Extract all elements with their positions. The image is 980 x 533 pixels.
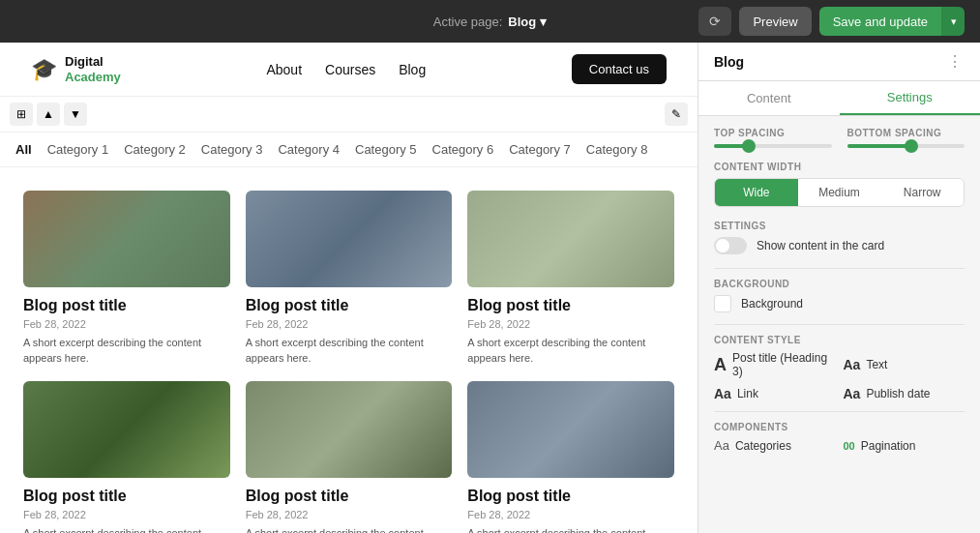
- page-name: Blog ▾: [508, 15, 547, 29]
- move-up-button[interactable]: ▲: [37, 103, 60, 126]
- divider-3: [714, 411, 965, 412]
- comp-categories-label: Categories: [735, 439, 791, 453]
- block-toolbar: ⊞ ▲ ▼ ✎: [0, 97, 698, 133]
- edit-block-button[interactable]: ✎: [665, 103, 688, 126]
- category-tabs: All Category 1 Category 2 Category 3 Cat…: [0, 133, 698, 167]
- preview-area: 🎓 Digital Academy About Courses Blog Con…: [0, 43, 698, 533]
- comp-dots-pagination: 00: [844, 440, 855, 452]
- history-button[interactable]: ⟳: [698, 7, 731, 36]
- tab-content[interactable]: Content: [698, 81, 840, 115]
- active-page-indicator: Active page: Blog ▾: [433, 15, 547, 29]
- save-dropdown-button[interactable]: ▾: [941, 7, 965, 36]
- background-label: BACKGROUND: [714, 279, 965, 289]
- background-text: Background: [741, 297, 803, 311]
- blog-title: Blog post title: [23, 297, 230, 314]
- content-style-label: CONTENT STYLE: [714, 335, 965, 345]
- components-label: COMPONENTS: [714, 422, 965, 432]
- width-narrow[interactable]: Narrow: [880, 179, 964, 206]
- panel-body: TOP SPACING BOTTOM SPACING CONTENT WI: [698, 116, 980, 533]
- panel-title: Blog: [714, 54, 744, 70]
- blog-excerpt: A short excerpt describing the content a…: [246, 336, 453, 366]
- category-tab-8[interactable]: Category 8: [586, 142, 648, 157]
- style-post-title: A Post title (Heading 3): [714, 351, 836, 378]
- bottom-spacing-thumb[interactable]: [905, 139, 918, 153]
- blog-title: Blog post title: [467, 297, 674, 314]
- nav-blog[interactable]: Blog: [399, 62, 426, 77]
- preview-button[interactable]: Preview: [739, 7, 811, 36]
- top-spacing-thumb[interactable]: [742, 139, 756, 153]
- comp-aa-categories: Aa: [714, 438, 729, 453]
- width-wide[interactable]: Wide: [715, 179, 798, 206]
- blog-excerpt: A short excerpt describing the content a…: [23, 526, 230, 533]
- blog-excerpt: A short excerpt describing the content a…: [23, 336, 230, 366]
- category-tab-5[interactable]: Category 5: [355, 142, 417, 157]
- components-grid: Aa Categories 00 Pagination: [714, 438, 965, 453]
- style-publish-label: Publish date: [866, 387, 930, 400]
- blog-image-6: [467, 381, 674, 478]
- background-swatch[interactable]: [714, 295, 731, 312]
- save-group: Save and update ▾: [819, 7, 965, 36]
- blog-date: Feb 28, 2022: [467, 509, 674, 520]
- category-tab-3[interactable]: Category 3: [201, 142, 263, 157]
- top-bar-actions: ⟳ Preview Save and update ▾: [698, 7, 965, 36]
- site-nav: About Courses Blog: [266, 62, 426, 77]
- category-tab-4[interactable]: Category 4: [278, 142, 340, 157]
- blog-title: Blog post title: [467, 488, 674, 505]
- blog-section: ⊞ ▲ ▼ ✎ All Category 1 Category 2 Catego…: [0, 97, 698, 533]
- site-header: 🎓 Digital Academy About Courses Blog Con…: [0, 43, 698, 97]
- comp-categories: Aa Categories: [714, 438, 836, 453]
- panel-menu-icon[interactable]: ⋮: [947, 52, 965, 71]
- comp-pagination-label: Pagination: [861, 439, 916, 453]
- contact-button[interactable]: Contact us: [572, 54, 667, 84]
- panel-header: Blog ⋮: [698, 43, 980, 81]
- blog-image-5: [246, 381, 453, 478]
- panel-tabs: Content Settings: [698, 81, 980, 116]
- show-in-card-row: Show content in the card: [714, 237, 965, 254]
- tab-settings[interactable]: Settings: [840, 81, 981, 115]
- blog-date: Feb 28, 2022: [23, 318, 230, 330]
- style-link: Aa Link: [714, 386, 836, 401]
- style-aa-link: Aa: [714, 386, 731, 401]
- blog-title: Blog post title: [246, 488, 453, 505]
- blog-image-2: [246, 191, 453, 287]
- background-row: Background: [714, 295, 965, 312]
- right-panel: Blog ⋮ Content Settings TOP SPACING BOTT…: [698, 43, 980, 533]
- bottom-spacing-track[interactable]: [847, 144, 965, 148]
- blog-card: Blog post title Feb 28, 2022 A short exc…: [15, 373, 238, 533]
- category-tab-2[interactable]: Category 2: [124, 142, 186, 157]
- logo-line1: Digital: [65, 54, 121, 70]
- top-spacing-track[interactable]: [714, 144, 832, 148]
- show-in-card-toggle[interactable]: [714, 237, 747, 254]
- category-tab-all[interactable]: All: [15, 142, 32, 157]
- blog-image-3: [467, 191, 674, 287]
- content-width-label: CONTENT WIDTH: [714, 162, 965, 172]
- grid-view-button[interactable]: ⊞: [10, 103, 33, 126]
- blog-excerpt: A short excerpt describing the content a…: [246, 526, 453, 533]
- style-text-label: Text: [866, 358, 887, 371]
- logo-icon: 🎓: [31, 57, 57, 82]
- width-medium[interactable]: Medium: [798, 179, 881, 206]
- blog-grid: Blog post title Feb 28, 2022 A short exc…: [0, 167, 698, 533]
- blog-card: Blog post title Feb 28, 2022 A short exc…: [15, 183, 238, 373]
- blog-date: Feb 28, 2022: [23, 509, 230, 520]
- blog-card: Blog post title Feb 28, 2022 A short exc…: [460, 373, 682, 533]
- save-button[interactable]: Save and update: [819, 7, 941, 36]
- move-down-button[interactable]: ▼: [64, 103, 87, 126]
- blog-date: Feb 28, 2022: [467, 318, 674, 330]
- content-width-row: CONTENT WIDTH Wide Medium Narrow: [714, 162, 965, 207]
- toggle-knob: [716, 239, 729, 252]
- blog-card: Blog post title Feb 28, 2022 A short exc…: [238, 373, 460, 533]
- nav-about[interactable]: About: [266, 62, 302, 77]
- category-tab-1[interactable]: Category 1: [47, 142, 109, 157]
- width-options: Wide Medium Narrow: [714, 178, 965, 207]
- divider-2: [714, 324, 965, 325]
- content-style-grid: A Post title (Heading 3) Aa Text Aa Link…: [714, 351, 965, 401]
- style-link-label: Link: [737, 387, 758, 400]
- comp-pagination: 00 Pagination: [844, 438, 965, 453]
- category-tab-7[interactable]: Category 7: [509, 142, 571, 157]
- category-tab-6[interactable]: Category 6: [432, 142, 494, 157]
- dropdown-chevron[interactable]: ▾: [540, 15, 547, 29]
- style-aa-publish: Aa: [844, 386, 861, 401]
- blog-card: Blog post title Feb 28, 2022 A short exc…: [460, 183, 682, 373]
- nav-courses[interactable]: Courses: [325, 62, 375, 77]
